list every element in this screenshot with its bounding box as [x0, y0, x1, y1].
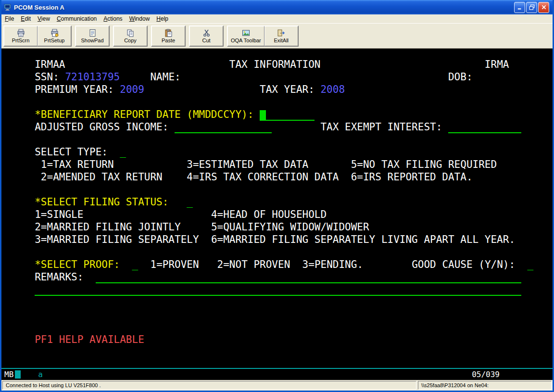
- terminal-spacing: [181, 221, 211, 233]
- printer-setup-icon: [50, 29, 59, 37]
- terminal-text: *SELECT FILING STATUS:: [35, 196, 168, 208]
- menu-bar: FileEditViewCommunicationActionsWindowHe…: [1, 14, 553, 24]
- terminal-row: REMARKS:: [4, 271, 553, 283]
- terminal-text: 2=AMENDED TAX RETURN: [41, 171, 163, 183]
- terminal-text: _: [132, 259, 138, 270]
- terminal-screen[interactable]: IRMAA TAX INFORMATION IRMA SSN: 72101379…: [1, 49, 553, 368]
- toolbar-group: Copy: [113, 25, 148, 47]
- terminal-spacing: [4, 234, 35, 245]
- terminal-text: GOOD CAUSE (Y/N):: [412, 259, 515, 270]
- menu-view[interactable]: View: [34, 15, 53, 23]
- terminal-spacing: [4, 196, 35, 208]
- paste-icon: [164, 29, 173, 37]
- terminal-row: [4, 358, 553, 368]
- terminal-text: _: [120, 146, 126, 158]
- toolbar-button-showpad[interactable]: ShowPad: [76, 26, 109, 46]
- window-title: PCOM Session A: [14, 4, 514, 11]
- terminal-text: TAX INFORMATION: [229, 59, 321, 70]
- terminal-row: SELECT TYPE: _: [4, 146, 553, 158]
- toolbar-group: OQA ToolbarExitAll: [227, 25, 299, 47]
- terminal-spacing: [83, 209, 211, 220]
- terminal-text: 3=ESTIMATED TAX DATA: [187, 159, 308, 170]
- cursor-block: [260, 110, 266, 121]
- terminal-text: 5=NO TAX FILING REQUIRED: [351, 159, 497, 170]
- input-field[interactable]: [96, 272, 521, 283]
- terminal-text: 4=IRS TAX CORRECTION DATA: [187, 171, 339, 183]
- terminal-spacing: [4, 259, 35, 270]
- terminal-row: [4, 283, 553, 296]
- close-icon[interactable]: [538, 2, 549, 13]
- menu-window[interactable]: Window: [126, 15, 153, 23]
- cursor-position: 05/039: [472, 370, 500, 379]
- terminal-text: SELECT TYPE:: [35, 146, 120, 158]
- terminal-spacing: [363, 259, 412, 270]
- menu-communication[interactable]: Communication: [53, 15, 100, 23]
- terminal-spacing: [308, 159, 351, 170]
- terminal-spacing: [168, 196, 187, 208]
- restore-button[interactable]: [526, 2, 537, 13]
- terminal-row: 1=TAX RETURN 3=ESTIMATED TAX DATA 5=NO T…: [4, 158, 553, 171]
- menu-edit[interactable]: Edit: [17, 15, 34, 23]
- image-icon: [242, 29, 250, 37]
- toolbar-button-paste[interactable]: Paste: [151, 26, 185, 46]
- toolbar-button-oqa-toolbar[interactable]: OQA Toolbar: [227, 26, 264, 46]
- toolbar-button-label: PrtSetup: [44, 38, 65, 43]
- terminal-spacing: [83, 271, 95, 283]
- terminal-spacing: [4, 59, 35, 70]
- toolbar-button-exitall[interactable]: ExitAll: [264, 26, 298, 46]
- app-icon[interactable]: [4, 3, 12, 11]
- menu-actions[interactable]: Actions: [100, 15, 126, 23]
- printer-icon: [17, 29, 25, 37]
- terminal-text: 3=PENDING.: [302, 259, 363, 270]
- toolbar-button-label: PrtScrn: [12, 38, 30, 43]
- terminal-text: 2=MARRIED FILING JOINTLY: [35, 221, 180, 233]
- toolbar-button-prtsetup[interactable]: PrtSetup: [38, 26, 71, 46]
- terminal-text: IRMA: [485, 59, 509, 70]
- input-field[interactable]: [266, 109, 315, 121]
- menu-file[interactable]: File: [1, 15, 17, 23]
- minimize-button[interactable]: [514, 2, 525, 13]
- oia-status-row: MB a 05/039: [1, 368, 553, 380]
- terminal-spacing: [4, 84, 35, 95]
- terminal-row: [4, 96, 553, 108]
- pcomm-window: PCOM Session A FileEditViewCommunication…: [0, 0, 554, 392]
- terminal-row: 2=AMENDED TAX RETURN 4=IRS TAX CORRECTIO…: [4, 171, 553, 183]
- terminal-text: *BENEFICIARY REPORT DATE (MMDDCCYY):: [35, 109, 260, 120]
- toolbar-button-copy[interactable]: Copy: [113, 26, 147, 46]
- input-field[interactable]: [175, 122, 272, 133]
- terminal-row: [4, 296, 553, 308]
- toolbar-button-label: ExitAll: [274, 38, 289, 43]
- terminal-row: [4, 321, 553, 333]
- terminal-text: DOB:: [448, 71, 473, 83]
- menu-help[interactable]: Help: [153, 15, 172, 23]
- terminal-spacing: [120, 71, 150, 83]
- terminal-row: *BENEFICIARY REPORT DATE (MMDDCCYY):: [4, 108, 553, 121]
- terminal-spacing: [138, 259, 150, 270]
- terminal-spacing: [65, 59, 229, 70]
- oia-indicator-block: [15, 370, 21, 379]
- terminal-spacing: [199, 234, 211, 245]
- toolbar-button-label: OQA Toolbar: [231, 38, 261, 43]
- terminal-spacing: [4, 109, 35, 120]
- terminal-spacing: [4, 271, 35, 283]
- cut-icon: [202, 29, 211, 37]
- toolbar-button-label: Paste: [162, 38, 175, 43]
- input-field[interactable]: [448, 122, 521, 133]
- terminal-row: [4, 346, 553, 358]
- terminal-spacing: [199, 259, 217, 270]
- terminal-row: IRMAA TAX INFORMATION IRMA: [4, 58, 553, 71]
- terminal-text: PREMIUM YEAR:: [35, 84, 120, 95]
- toolbar-group: Cut: [189, 25, 224, 47]
- terminal-spacing: [290, 259, 302, 270]
- terminal-spacing: [4, 284, 35, 295]
- input-field[interactable]: [35, 284, 521, 296]
- title-bar: PCOM Session A: [1, 0, 553, 14]
- terminal-spacing: [339, 171, 351, 183]
- terminal-spacing: [120, 259, 132, 270]
- link-status: \\s25faa8\P312004 on Ne04:: [418, 381, 552, 390]
- toolbar-button-prtscrn[interactable]: PrtScrn: [4, 26, 38, 46]
- toolbar-button-cut[interactable]: Cut: [189, 26, 223, 46]
- terminal-text: _: [187, 196, 193, 208]
- terminal-spacing: [4, 209, 35, 220]
- terminal-text: *SELECT PROOF:: [35, 259, 120, 270]
